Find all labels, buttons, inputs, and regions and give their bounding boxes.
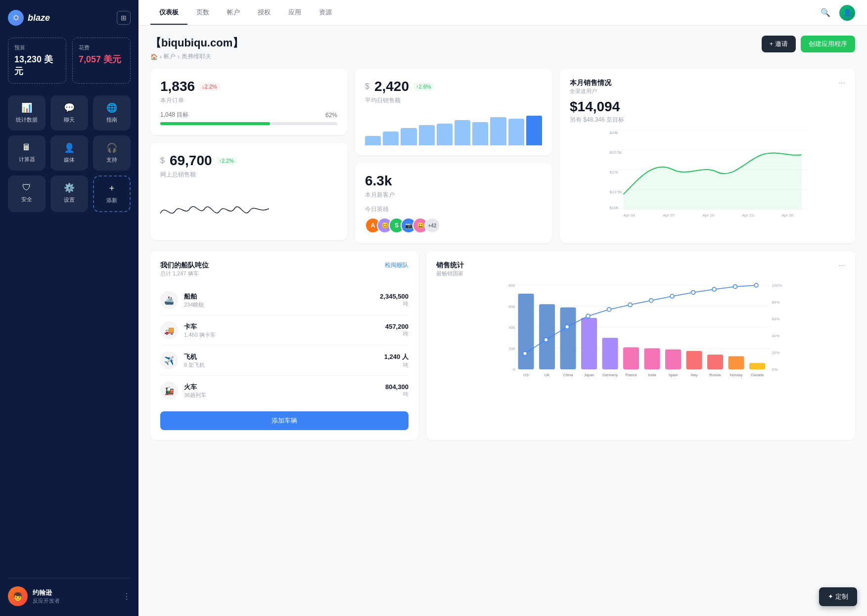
- avg-daily-card: $ 2,420 ↑2.6% 平均日销售额: [355, 69, 552, 155]
- bar-Norway[interactable]: [728, 356, 744, 369]
- svg-text:800: 800: [508, 283, 515, 288]
- mini-bar-chart: [365, 111, 542, 145]
- monthly-sales-menu[interactable]: ···: [839, 79, 845, 88]
- bar-Japan[interactable]: [581, 318, 597, 369]
- sidebar-item-chat[interactable]: 💬 聊天: [50, 95, 88, 131]
- fleet-unit-3: 吨: [385, 391, 409, 398]
- sidebar-menu-icon[interactable]: ⊞: [117, 11, 131, 25]
- svg-text:Germany: Germany: [602, 373, 618, 377]
- avatar: 👦: [8, 586, 28, 606]
- svg-point-47: [607, 308, 611, 311]
- new-customers-value: 6.3k: [365, 173, 392, 189]
- sidebar-item-security-label: 安全: [21, 196, 32, 203]
- sales-stats-card: 销售统计 最畅销国家 ··· 02004006008000%20%40%60%8…: [426, 251, 855, 440]
- tab-apps[interactable]: 应用: [279, 1, 310, 25]
- page-title: 【biqubiqu.com】: [150, 36, 243, 50]
- fleet-subtitle: 总计 1,247 辆车: [160, 270, 209, 277]
- tab-dashboard[interactable]: 仪表板: [150, 1, 187, 25]
- progress-bar: [160, 122, 337, 125]
- add-vehicle-button[interactable]: 添加车辆: [160, 411, 409, 430]
- bar-Germany[interactable]: [602, 338, 618, 369]
- main-area: 仪表板 页数 帐户 授权 应用 资源 🔍 👤 【biqubiqu.com】 🏠 …: [138, 0, 867, 616]
- bar-Italy[interactable]: [686, 351, 702, 369]
- monthly-sales-chart: $24k $20.5K $17k $13.5K $10K Apr 04 Apr …: [570, 130, 845, 209]
- sidebar-item-settings[interactable]: ⚙️ 设置: [50, 176, 88, 212]
- security-icon: 🛡: [22, 182, 31, 193]
- sidebar-item-addnew[interactable]: + 添新: [93, 176, 131, 212]
- fleet-link[interactable]: 检阅舰队: [385, 261, 409, 269]
- bar-France[interactable]: [623, 347, 639, 369]
- sidebar-footer: 👦 约翰逊 反应开发者 ⋮: [8, 578, 131, 606]
- breadcrumb-current: 奥弗维耶夫: [182, 52, 211, 61]
- svg-text:Spain: Spain: [668, 373, 678, 377]
- mini-bar-3: [419, 125, 435, 145]
- orders-card: 1,836 ↓2.2% 本月订单 1,048 目标 62%: [150, 69, 347, 135]
- sidebar-item-guide[interactable]: 🌐 指南: [93, 95, 131, 131]
- bar-Russia[interactable]: [707, 354, 723, 369]
- svg-text:20%: 20%: [772, 351, 779, 355]
- svg-text:Norway: Norway: [730, 373, 743, 377]
- tab-resources[interactable]: 资源: [310, 1, 341, 25]
- fleet-icon-0: 🚢: [160, 291, 178, 309]
- avg-daily-header: $ 2,420 ↑2.6%: [365, 79, 542, 94]
- sidebar-item-chat-label: 聊天: [64, 116, 75, 124]
- svg-text:100%: 100%: [772, 283, 781, 288]
- logo-text: blaze: [28, 13, 50, 23]
- addnew-icon: +: [109, 183, 115, 194]
- create-app-button[interactable]: 创建应用程序: [801, 36, 855, 52]
- sidebar-item-media[interactable]: 👤 媒体: [50, 135, 88, 171]
- svg-text:$17k: $17k: [610, 170, 619, 175]
- invite-button[interactable]: + 邀请: [762, 36, 796, 52]
- tab-accounts[interactable]: 帐户: [218, 1, 249, 25]
- svg-text:400: 400: [508, 325, 515, 330]
- support-icon: 🎧: [106, 142, 117, 153]
- bar-India[interactable]: [644, 349, 660, 370]
- svg-text:200: 200: [508, 347, 515, 351]
- svg-text:Apr 07: Apr 07: [663, 213, 675, 218]
- sales-stats-menu[interactable]: ···: [839, 261, 845, 270]
- svg-text:Japan: Japan: [584, 373, 594, 377]
- svg-text:US: US: [523, 373, 528, 377]
- total-sales-value: 69,700: [170, 153, 212, 169]
- svg-text:Canada: Canada: [751, 373, 764, 377]
- monthly-sales-title: 本月销售情况: [570, 79, 611, 88]
- sidebar-item-support[interactable]: 🎧 支持: [93, 135, 131, 171]
- sales-stats-chart-area: 02004006008000%20%40%60%80%100%USUKChina…: [436, 285, 845, 386]
- heroes-more: +42: [424, 218, 440, 233]
- breadcrumb-accounts[interactable]: 帐户: [164, 52, 176, 61]
- breadcrumb-home[interactable]: 🏠: [150, 53, 158, 60]
- sidebar-item-calculator[interactable]: 🖩 计算器: [8, 135, 46, 171]
- total-sales-prefix: $: [160, 156, 165, 165]
- progress-pct: 62%: [325, 112, 337, 119]
- avg-daily-label: 平均日销售额: [365, 96, 542, 105]
- sidebar-item-stats[interactable]: 📊 统计数据: [8, 95, 46, 131]
- mini-bar-6: [472, 122, 488, 145]
- logo: ⬡ blaze: [8, 10, 50, 26]
- mini-bar-5: [455, 120, 470, 145]
- fleet-item-2: ✈️ 飞机 8 架飞机 1,240 人 吨: [160, 346, 409, 376]
- fleet-title: 我们的船队吨位: [160, 261, 209, 270]
- tab-pages[interactable]: 页数: [187, 1, 218, 25]
- orders-value: 1,836: [160, 79, 195, 94]
- bar-Canada[interactable]: [749, 363, 765, 369]
- user-avatar-top[interactable]: 👤: [839, 5, 855, 21]
- bar-Spain[interactable]: [665, 350, 681, 369]
- expense-label: 花费: [79, 44, 124, 51]
- svg-point-51: [691, 290, 695, 294]
- user-name: 约翰逊: [33, 588, 60, 597]
- fleet-icon-1: 🚚: [160, 321, 178, 339]
- tab-auth[interactable]: 授权: [249, 1, 279, 25]
- top-nav: 仪表板 页数 帐户 授权 应用 资源 🔍 👤: [138, 0, 867, 26]
- svg-point-46: [586, 314, 590, 318]
- bar-UK[interactable]: [539, 304, 555, 369]
- bar-US[interactable]: [518, 294, 534, 369]
- customize-button[interactable]: ✦ 定制: [819, 587, 857, 606]
- bar-China[interactable]: [560, 308, 576, 369]
- fleet-count-2: 8 架飞机: [184, 361, 205, 369]
- content: 【biqubiqu.com】 🏠 › 帐户 › 奥弗维耶夫 + 邀请 创建应用程…: [138, 26, 867, 616]
- sidebar-item-security[interactable]: 🛡 安全: [8, 176, 46, 212]
- search-icon[interactable]: 🔍: [818, 5, 833, 21]
- user-menu-icon[interactable]: ⋮: [123, 592, 131, 601]
- left-stat-col: 1,836 ↓2.2% 本月订单 1,048 目标 62% $: [150, 69, 347, 243]
- fleet-icon-2: ✈️: [160, 352, 178, 369]
